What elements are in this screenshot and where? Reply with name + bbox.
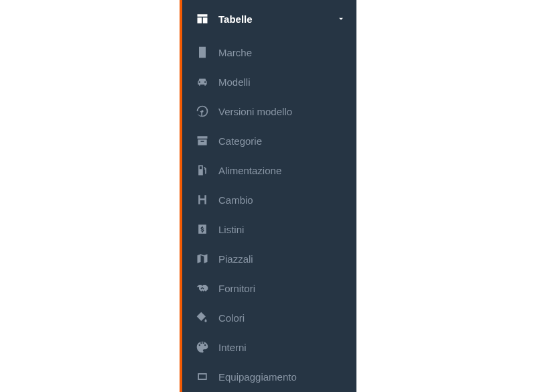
- sidebar-item-label: Alimentazione: [218, 165, 281, 176]
- sidebar-item-label: Equipaggiamento: [218, 371, 297, 383]
- sidebar-item-listini[interactable]: Listini: [182, 214, 356, 244]
- sidebar-item-cambio[interactable]: Cambio: [182, 185, 356, 214]
- sidebar-item-versioni-modello[interactable]: Versioni modello: [182, 96, 356, 126]
- archive-icon: [194, 133, 210, 149]
- sidebar-item-interni[interactable]: Interni: [182, 332, 356, 362]
- sidebar-item-categorie[interactable]: Categorie: [182, 126, 356, 155]
- sidebar-item-alimentazione[interactable]: Alimentazione: [182, 155, 356, 185]
- chevron-down-icon: [336, 14, 346, 23]
- sidebar-item-label: Cambio: [218, 194, 253, 206]
- sidebar-item-label: Categorie: [218, 135, 262, 147]
- sidebar-item-marche[interactable]: Marche: [182, 38, 356, 67]
- sidebar-item-label: Versioni modello: [218, 106, 292, 117]
- table-icon: [194, 11, 210, 27]
- sidebar-item-piazzali[interactable]: Piazzali: [182, 244, 356, 273]
- car-icon: [194, 74, 210, 90]
- sidebar-item-modelli[interactable]: Modelli: [182, 67, 356, 96]
- price-tag-icon: [194, 221, 210, 237]
- sidebar-item-label: Piazzali: [218, 253, 253, 265]
- fuel-pump-icon: [194, 162, 210, 178]
- sidebar-item-label: Fornitori: [218, 283, 255, 294]
- sidebar-item-label: Marche: [218, 47, 252, 58]
- sidebar-item-label: Listini: [218, 224, 244, 235]
- h-gear-icon: [194, 192, 210, 208]
- sidebar-header-label: Tabelle: [218, 13, 253, 25]
- map-icon: [194, 251, 210, 267]
- sidebar-header-tabelle[interactable]: Tabelle: [182, 0, 356, 38]
- rectangle-icon: [194, 369, 210, 385]
- sidebar-item-fornitori[interactable]: Fornitori: [182, 273, 356, 303]
- sidebar-item-label: Modelli: [218, 76, 251, 88]
- handshake-icon: [194, 280, 210, 296]
- sidebar-item-label: Colori: [218, 312, 245, 324]
- sidebar-item-equipaggiamento[interactable]: Equipaggiamento: [182, 362, 356, 391]
- palette-icon: [194, 339, 210, 355]
- sidebar-item-label: Interni: [218, 342, 247, 353]
- wheel-icon: [194, 103, 210, 119]
- sidebar: Tabelle Marche Modelli Versioni modello …: [180, 0, 356, 392]
- paint-bucket-icon: [194, 310, 210, 326]
- sidebar-item-colori[interactable]: Colori: [182, 303, 356, 332]
- building-icon: [194, 44, 210, 60]
